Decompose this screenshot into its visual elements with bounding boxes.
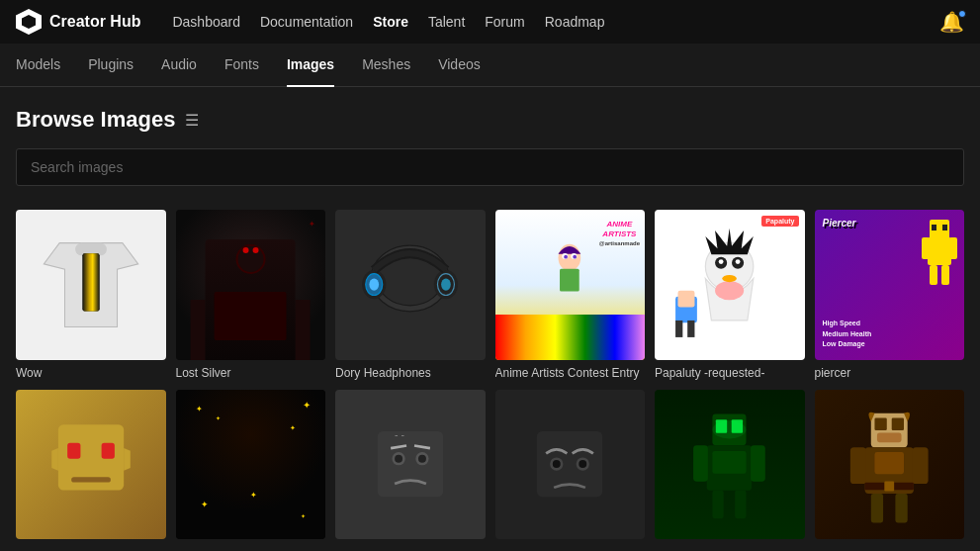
top-navigation: Creator Hub Dashboard Documentation Stor…: [0, 0, 980, 44]
nav-roadmap[interactable]: Roadmap: [545, 14, 605, 30]
svg-rect-3: [82, 253, 99, 311]
svg-rect-30: [928, 237, 951, 265]
main-content: Browse Images ☰: [0, 87, 980, 551]
svg-point-46: [395, 455, 402, 463]
image-label-papaluty: Papaluty -requested-: [655, 366, 805, 380]
tab-plugins[interactable]: Plugins: [88, 44, 134, 87]
image-card-lost-silver[interactable]: ✦ Lost Silver: [176, 210, 326, 380]
svg-rect-27: [675, 321, 682, 337]
svg-point-47: [418, 455, 426, 463]
logo-text: Creator Hub: [49, 13, 140, 31]
svg-point-53: [579, 460, 587, 468]
svg-rect-75: [884, 481, 894, 491]
image-label-piercer: piercer: [815, 366, 965, 380]
image-thumb-row2-6: [815, 390, 965, 540]
logo-icon: [16, 9, 42, 35]
image-card-dory-headphones[interactable]: Dory Headphones: [335, 210, 486, 380]
svg-point-23: [736, 259, 741, 264]
svg-rect-38: [67, 443, 80, 459]
svg-rect-62: [735, 490, 746, 517]
image-card-papaluty[interactable]: Papaluty: [655, 210, 805, 380]
image-grid-row1: Wow ✦: [16, 210, 964, 380]
svg-point-8: [370, 279, 380, 291]
browse-header: Browse Images ☰: [16, 107, 964, 133]
svg-rect-72: [895, 494, 907, 523]
svg-text:- -: - -: [395, 428, 404, 440]
secondary-navigation: Models Plugins Audio Fonts Images Meshes…: [0, 44, 980, 87]
svg-point-24: [722, 275, 737, 282]
svg-rect-66: [892, 417, 904, 429]
tab-audio[interactable]: Audio: [161, 44, 197, 87]
image-thumb-row2-3: - -: [335, 390, 486, 540]
nav-documentation[interactable]: Documentation: [260, 14, 353, 30]
svg-rect-39: [101, 443, 114, 459]
nav-forum[interactable]: Forum: [485, 14, 524, 30]
top-nav-right: 🔔: [939, 10, 964, 34]
svg-rect-34: [941, 265, 949, 285]
piercer-stats: High SpeedMedium HealthLow Damage: [823, 319, 872, 350]
image-label-anime: Anime Artists Contest Entry: [495, 366, 646, 380]
tab-fonts[interactable]: Fonts: [224, 44, 259, 87]
svg-point-52: [553, 460, 561, 468]
papaluty-badge: Papaluty: [761, 216, 798, 227]
svg-rect-58: [713, 451, 747, 474]
svg-rect-35: [932, 225, 936, 230]
svg-rect-41: [378, 431, 443, 497]
svg-rect-33: [930, 265, 937, 285]
image-label-lost-silver: Lost Silver: [176, 366, 326, 380]
search-input[interactable]: [16, 148, 964, 186]
svg-rect-73: [874, 452, 904, 474]
image-thumb-dory-headphones: [335, 210, 486, 360]
image-card-row2-6[interactable]: [815, 390, 965, 546]
svg-rect-17: [560, 268, 579, 291]
image-card-row2-2[interactable]: ✦ ✦ ✦ ✦ ✦ ✦ ✦: [176, 390, 326, 546]
image-card-row2-4[interactable]: [495, 390, 646, 546]
image-card-row2-1[interactable]: [16, 390, 166, 546]
notification-dot: [958, 10, 966, 18]
svg-rect-65: [874, 417, 886, 429]
svg-point-63: [713, 420, 747, 438]
svg-rect-60: [751, 445, 765, 481]
tab-meshes[interactable]: Meshes: [362, 44, 410, 87]
svg-rect-59: [693, 445, 708, 481]
search-container: [16, 148, 964, 186]
image-thumb-row2-2: ✦ ✦ ✦ ✦ ✦ ✦ ✦: [176, 390, 326, 540]
svg-rect-36: [942, 225, 947, 230]
svg-point-19: [715, 281, 744, 300]
svg-point-15: [565, 254, 569, 258]
tab-images[interactable]: Images: [287, 44, 334, 87]
svg-rect-32: [949, 237, 957, 259]
image-card-row2-5[interactable]: [655, 390, 805, 546]
nav-dashboard[interactable]: Dashboard: [172, 14, 240, 30]
image-label-dory-headphones: Dory Headphones: [335, 366, 486, 380]
svg-rect-49: [537, 431, 602, 497]
svg-rect-31: [922, 237, 930, 259]
image-thumb-anime: ANIMEARTISTS@artisanmade: [495, 210, 646, 360]
image-card-row2-3[interactable]: - -: [335, 390, 486, 546]
svg-point-16: [574, 254, 578, 258]
image-thumb-wow: [16, 210, 166, 360]
image-thumb-lost-silver: ✦: [176, 210, 326, 360]
svg-point-11: [441, 279, 451, 291]
image-thumb-row2-4: [495, 390, 646, 540]
image-label-wow: Wow: [16, 366, 166, 380]
notification-bell[interactable]: 🔔: [939, 10, 964, 34]
svg-rect-67: [877, 432, 902, 442]
image-card-piercer[interactable]: Piercer High SpeedMedium HealthLow Damag…: [815, 210, 965, 380]
svg-rect-61: [713, 490, 724, 517]
tab-models[interactable]: Models: [16, 44, 60, 87]
top-nav-links: Dashboard Documentation Store Talent For…: [172, 14, 916, 30]
image-card-wow[interactable]: Wow: [16, 210, 166, 380]
svg-rect-26: [678, 291, 695, 308]
svg-rect-28: [687, 321, 694, 337]
image-thumb-piercer: Piercer High SpeedMedium HealthLow Damag…: [815, 210, 965, 360]
svg-point-22: [719, 259, 724, 264]
nav-talent[interactable]: Talent: [428, 14, 465, 30]
nav-store[interactable]: Store: [373, 14, 408, 30]
image-thumb-papaluty: Papaluty: [655, 210, 805, 360]
tab-videos[interactable]: Videos: [438, 44, 481, 87]
logo[interactable]: Creator Hub: [16, 9, 140, 35]
filter-icon[interactable]: ☰: [185, 111, 199, 130]
image-card-anime[interactable]: ANIMEARTISTS@artisanmade Anime Artists C…: [495, 210, 646, 380]
image-thumb-row2-5: [655, 390, 805, 540]
